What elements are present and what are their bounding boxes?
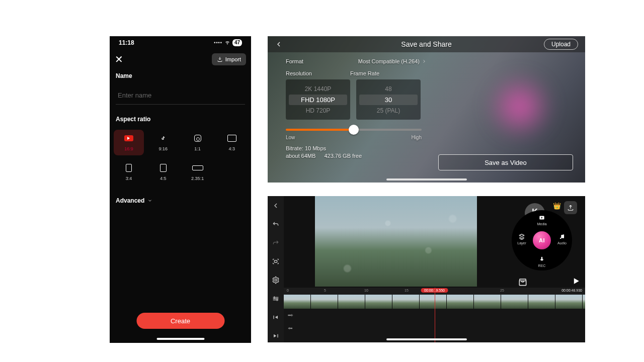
add-track-icon[interactable] <box>287 312 294 321</box>
resolution-picker[interactable]: 2K 1440PFHD 1080PHD 720P <box>286 79 350 120</box>
battery-level: 47 <box>232 39 242 46</box>
home-indicator <box>386 178 467 180</box>
create-button[interactable]: Create <box>136 313 224 329</box>
rect-235-icon <box>192 163 203 172</box>
create-label: Create <box>171 317 190 325</box>
wheel-rec-button[interactable]: REC <box>532 256 552 267</box>
import-button[interactable]: Import <box>212 53 246 65</box>
format-label: Format <box>286 58 303 64</box>
clip-thumb[interactable] <box>338 295 365 309</box>
insert-track-icon[interactable] <box>287 325 294 334</box>
framerate-picker[interactable]: 483025 (PAL) <box>356 79 421 120</box>
redo-button[interactable] <box>268 236 284 250</box>
clip-thumb[interactable] <box>583 295 585 309</box>
clip-thumb[interactable] <box>474 295 501 309</box>
clip-thumb[interactable] <box>392 295 420 309</box>
jump-start-button[interactable] <box>268 310 284 324</box>
svg-point-1 <box>275 279 277 281</box>
aspect-4-3[interactable]: 4:3 <box>217 130 247 155</box>
back-button[interactable] <box>275 40 283 50</box>
clip-thumb[interactable] <box>365 295 392 309</box>
aspect-16-9[interactable]: 16:9 <box>114 130 144 155</box>
premium-crown-icon[interactable]: 👑 <box>553 202 561 210</box>
project-name-input[interactable] <box>116 86 245 105</box>
aspect-label: 9:16 <box>159 146 168 151</box>
jump-end-button[interactable] <box>268 329 284 342</box>
status-bar: 11:18 •••• 47 <box>110 36 251 47</box>
wheel-media-button[interactable]: Media <box>532 214 552 226</box>
rect-3-4-icon <box>126 163 132 172</box>
advanced-toggle[interactable]: Advanced <box>110 190 251 211</box>
svg-rect-7 <box>290 328 292 329</box>
settings-button[interactable] <box>268 274 284 287</box>
picker-option[interactable]: 2K 1440P <box>305 85 332 93</box>
resolution-label: Resolution <box>286 70 312 76</box>
undo-button[interactable] <box>268 218 284 231</box>
aspect-3-4[interactable]: 3:4 <box>114 159 144 185</box>
aspect-label: 1:1 <box>194 146 201 151</box>
clip-thumb[interactable] <box>501 295 528 309</box>
save-as-video-button[interactable]: Save as Video <box>438 154 573 170</box>
wheel-layer-button[interactable]: Layer <box>512 233 532 245</box>
tiktok-icon <box>160 134 166 143</box>
signal-dots-icon: •••• <box>214 40 222 45</box>
rect-4-3-icon <box>227 134 236 143</box>
upload-button[interactable]: Upload <box>544 39 578 50</box>
aspect-2-35-1[interactable]: 2.35:1 <box>183 159 213 185</box>
export-icon <box>567 204 574 211</box>
format-value: Most Compatible (H.264) <box>358 58 420 64</box>
format-row[interactable]: Format Most Compatible (H.264) <box>286 56 427 70</box>
picker-option[interactable]: 48 <box>385 85 391 93</box>
picker-option[interactable]: FHD 1080P <box>289 95 347 105</box>
clip-thumb[interactable] <box>284 295 311 309</box>
aspect-label: 16:9 <box>124 146 133 151</box>
capture-button[interactable] <box>268 255 284 268</box>
timeline-options-button[interactable] <box>268 292 284 305</box>
ruler-tick: 25 <box>500 289 504 292</box>
back-button[interactable] <box>268 199 284 213</box>
play-button[interactable] <box>571 276 581 288</box>
export-button[interactable] <box>564 201 577 214</box>
clip-thumb[interactable] <box>420 295 447 309</box>
home-indicator <box>156 338 204 340</box>
clip-thumb[interactable] <box>447 295 474 309</box>
svg-rect-6 <box>288 315 291 316</box>
aspect-label: 4:3 <box>229 146 235 151</box>
asset-store-button[interactable] <box>517 276 529 288</box>
wheel-ai-button[interactable]: AI <box>533 231 551 249</box>
aspect-9-16[interactable]: 9:16 <box>148 130 178 155</box>
wheel-audio-button[interactable]: Audio <box>552 233 572 245</box>
total-timecode: 00:00:48.930 <box>561 289 582 292</box>
quality-high-label: High <box>411 135 422 140</box>
quality-low-label: Low <box>286 135 295 140</box>
aspect-label: 4:5 <box>160 176 167 181</box>
wheel-rec-label: REC <box>538 264 546 267</box>
playhead[interactable] <box>435 288 435 342</box>
track-controls <box>287 312 294 334</box>
clip-thumb[interactable] <box>555 295 583 309</box>
picker-option[interactable]: HD 720P <box>306 107 331 114</box>
clip-thumb[interactable] <box>311 295 338 309</box>
preview-viewport[interactable] <box>315 196 477 287</box>
aspect-label: 2.35:1 <box>191 176 204 181</box>
aspect-section-header: Aspect ratio <box>110 105 251 125</box>
wheel-media-label: Media <box>537 222 546 226</box>
picker-option[interactable]: 25 (PAL) <box>377 107 400 114</box>
new-project-screen: 11:18 •••• 47 ✕ Import Name Aspect ratio… <box>110 36 251 343</box>
timeline[interactable]: 00:00:19.550 00:00:48.930 05101525 <box>284 288 585 342</box>
picker-option[interactable]: 30 <box>359 95 418 105</box>
rect-4-5-icon <box>160 163 167 172</box>
quality-slider[interactable] <box>286 129 422 131</box>
save-share-screen: Save and Share Upload Format Most Compat… <box>268 36 585 183</box>
youtube-icon <box>124 134 133 143</box>
slider-thumb[interactable] <box>349 125 359 135</box>
wheel-audio-label: Audio <box>557 241 567 245</box>
close-icon[interactable]: ✕ <box>115 53 123 65</box>
import-label: Import <box>225 56 241 62</box>
aspect-1-1[interactable]: 1:1 <box>183 130 213 155</box>
svg-rect-2 <box>273 315 274 319</box>
aspect-label: 3:4 <box>126 176 132 181</box>
clip-thumb[interactable] <box>528 295 555 309</box>
page-title: Save and Share <box>401 40 451 48</box>
aspect-4-5[interactable]: 4:5 <box>148 159 178 185</box>
